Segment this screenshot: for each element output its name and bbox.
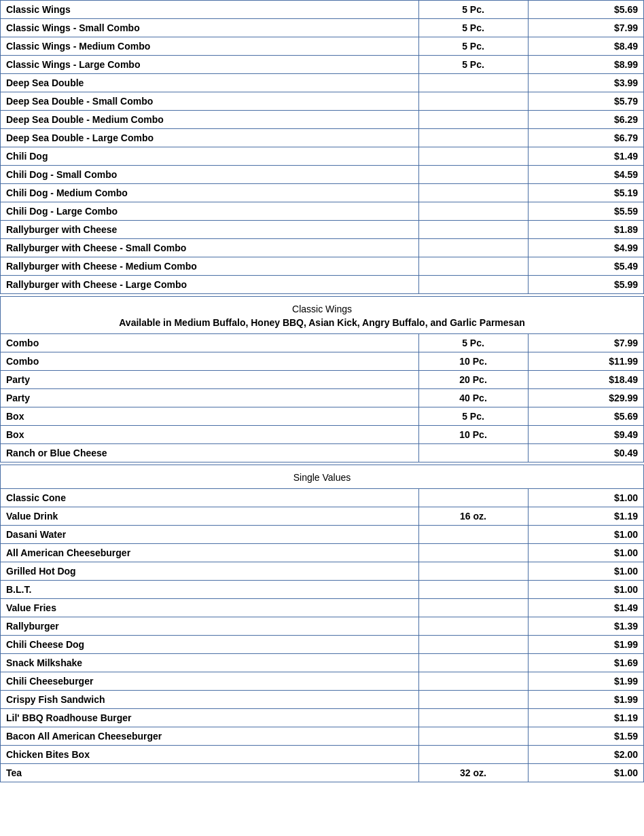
item-price: $1.99 [528,636,643,654]
item-name: Chili Cheeseburger [1,672,419,691]
item-price: $18.49 [528,371,643,389]
item-price: $8.49 [528,37,643,56]
item-name: Rallyburger [1,617,419,636]
table-row: Deep Sea Double - Large Combo $6.79 [1,129,644,147]
table-row: Rallyburger with Cheese - Medium Combo $… [1,257,644,276]
item-name: Rallyburger with Cheese [1,221,419,239]
item-name: Rallyburger with Cheese - Medium Combo [1,257,419,276]
table-row: Classic Wings - Medium Combo 5 Pc. $8.49 [1,37,644,56]
item-size [418,444,528,462]
table-row: Party 40 Pc. $29.99 [1,389,644,407]
item-name: Chili Dog [1,147,419,166]
table-row: Snack Milkshake $1.69 [1,654,644,672]
item-price: $5.69 [528,1,643,19]
item-price: $5.49 [528,257,643,276]
table-row: Classic Wings - Small Combo 5 Pc. $7.99 [1,19,644,37]
item-name: Deep Sea Double - Medium Combo [1,111,419,129]
table-row: Value Drink 16 oz. $1.19 [1,507,644,526]
item-size [418,184,528,202]
item-size [418,74,528,92]
item-name: Chicken Bites Box [1,746,419,764]
item-size [418,581,528,599]
item-name: Ranch or Blue Cheese [1,444,419,462]
item-name: Tea [1,764,419,782]
table-row: Deep Sea Double $3.99 [1,74,644,92]
item-price: $1.39 [528,617,643,636]
item-size [418,166,528,184]
table-row: Value Fries $1.49 [1,599,644,617]
item-price: $1.19 [528,507,643,526]
item-size: 10 Pc. [418,352,528,371]
item-size [418,92,528,111]
item-name: Combo [1,334,419,352]
item-price: $1.49 [528,599,643,617]
item-price: $5.19 [528,184,643,202]
table-row: Rallyburger with Cheese - Small Combo $4… [1,239,644,257]
item-size [418,654,528,672]
item-name: Rallyburger with Cheese - Large Combo [1,276,419,294]
item-size: 20 Pc. [418,371,528,389]
item-size [418,526,528,544]
item-price: $0.49 [528,444,643,462]
table-row: Combo 5 Pc. $7.99 [1,334,644,352]
table-row: Deep Sea Double - Medium Combo $6.29 [1,111,644,129]
item-price: $1.00 [528,581,643,599]
section-header-simple: Single Values [1,465,644,489]
item-size: 5 Pc. [418,37,528,56]
item-size [418,239,528,257]
item-price: $1.99 [528,691,643,709]
item-name: Rallyburger with Cheese - Small Combo [1,239,419,257]
item-price: $1.00 [528,562,643,581]
item-size: 5 Pc. [418,334,528,352]
item-price: $1.00 [528,764,643,782]
item-size: 5 Pc. [418,1,528,19]
table-row: Chili Cheese Dog $1.99 [1,636,644,654]
item-name: Deep Sea Double [1,74,419,92]
table-row: Chili Dog - Small Combo $4.59 [1,166,644,184]
item-size: 5 Pc. [418,56,528,74]
item-name: Lil' BBQ Roadhouse Burger [1,709,419,727]
item-name: Value Drink [1,507,419,526]
item-price: $4.99 [528,239,643,257]
item-size [418,257,528,276]
item-name: Classic Wings - Small Combo [1,19,419,37]
item-size [418,562,528,581]
table-row: Combo 10 Pc. $11.99 [1,352,644,371]
item-price: $1.89 [528,221,643,239]
item-size [418,489,528,507]
item-size [418,147,528,166]
table-row: Box 10 Pc. $9.49 [1,426,644,444]
table-row: Chicken Bites Box $2.00 [1,746,644,764]
table-row: Rallyburger with Cheese $1.89 [1,221,644,239]
item-name: Combo [1,352,419,371]
item-name: Chili Cheese Dog [1,636,419,654]
item-size [418,672,528,691]
table-row: Tea 32 oz. $1.00 [1,764,644,782]
item-name: Classic Wings - Medium Combo [1,37,419,56]
item-name: Deep Sea Double - Small Combo [1,92,419,111]
item-size [418,129,528,147]
item-price: $4.59 [528,166,643,184]
item-price: $7.99 [528,334,643,352]
table-row: Box 5 Pc. $5.69 [1,407,644,426]
item-price: $6.79 [528,129,643,147]
item-name: B.L.T. [1,581,419,599]
item-name: Chili Dog - Large Combo [1,202,419,221]
table-row: Classic Wings - Large Combo 5 Pc. $8.99 [1,56,644,74]
item-name: All American Cheeseburger [1,544,419,562]
item-name: Value Fries [1,599,419,617]
table-row: B.L.T. $1.00 [1,581,644,599]
item-name: Classic Wings - Large Combo [1,56,419,74]
item-name: Grilled Hot Dog [1,562,419,581]
item-price: $9.49 [528,426,643,444]
item-size: 5 Pc. [418,19,528,37]
table-row: Rallyburger with Cheese - Large Combo $5… [1,276,644,294]
item-name: Bacon All American Cheeseburger [1,727,419,746]
table-row: All American Cheeseburger $1.00 [1,544,644,562]
item-name: Box [1,426,419,444]
table-row: Ranch or Blue Cheese $0.49 [1,444,644,462]
item-price: $1.19 [528,709,643,727]
item-size [418,544,528,562]
item-price: $1.00 [528,489,643,507]
table-row: Dasani Water $1.00 [1,526,644,544]
